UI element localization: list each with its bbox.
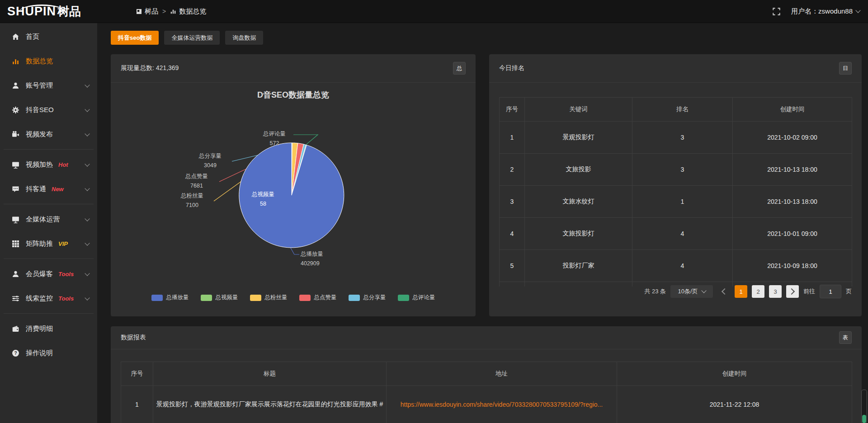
leader-line-plays: [290, 247, 299, 254]
username-label: 用户名：zswodun88: [791, 7, 853, 16]
legend-item-plays[interactable]: 总播放量: [151, 294, 189, 301]
col-url: 地址: [387, 362, 617, 386]
user-menu[interactable]: 用户名：zswodun88: [791, 7, 860, 16]
chevron-left-icon: [722, 288, 728, 295]
sidebar-item-matrix-boost[interactable]: 矩阵助推 VIP: [0, 231, 97, 256]
table-row: 4文旅投影灯42021-10-01 09:00: [500, 218, 852, 250]
sliders-icon: [12, 295, 19, 302]
sidebar-divider: [4, 258, 94, 259]
report-table: 序号 标题 地址 创建时间 1 景观投影灯，夜游景观投影灯厂家展示展示落花灯在花…: [121, 362, 852, 423]
chevron-down-icon: [85, 107, 90, 112]
col-created: 创建时间: [617, 362, 852, 386]
chevron-down-icon: [701, 288, 706, 293]
sidebar-item-account-management[interactable]: 账号管理: [0, 73, 97, 98]
bar-chart-icon: [170, 8, 176, 14]
next-page-button[interactable]: [786, 285, 799, 298]
sidebar-item-omnimedia[interactable]: 全媒体运营: [0, 207, 97, 231]
svg-text:?: ?: [14, 351, 17, 356]
sidebar-item-home[interactable]: 首页: [0, 24, 97, 49]
table-row: 3文旅水纹灯12021-10-13 18:00: [500, 186, 852, 218]
page-button-2[interactable]: 2: [752, 285, 764, 298]
tab-inquiry-data[interactable]: 询盘数据: [225, 31, 263, 45]
chat-icon: [12, 185, 19, 193]
col-rank: 排名: [632, 98, 733, 122]
legend-item-shares[interactable]: 总分享量: [349, 294, 386, 301]
table-badge-button[interactable]: 表: [839, 331, 852, 344]
hot-tag: Hot: [58, 161, 68, 168]
table-header-row: 序号 标题 地址 创建时间: [121, 362, 852, 386]
page-size-select[interactable]: 10条/页: [670, 285, 713, 298]
tools-tag: Tools: [58, 271, 74, 277]
sidebar-item-video-heating[interactable]: 视频加热 Hot: [0, 152, 97, 177]
ranking-panel: 今日排名 日 序号 关键词 排名 创建时间 1景观投影灯32021-10-02 …: [489, 54, 862, 316]
pie-label-shares: 总分享量 3049: [181, 151, 240, 170]
page-scrollbar[interactable]: [861, 390, 867, 423]
sidebar-item-doukertong[interactable]: 抖客通 New: [0, 177, 97, 201]
tools-tag: Tools: [58, 295, 74, 302]
vip-tag: VIP: [58, 240, 68, 247]
total-count-label: 共 23 条: [644, 287, 666, 296]
goto-unit-label: 页: [846, 287, 852, 296]
topbar: SHUPIN 树品 树品 > 数据总览 用户名：zswodun88: [0, 0, 868, 23]
legend-swatch: [398, 295, 409, 301]
legend-swatch: [250, 295, 261, 301]
sidebar-item-douyin-seo[interactable]: 抖音SEO: [0, 98, 97, 122]
sidebar-divider: [4, 149, 94, 150]
legend-item-fans[interactable]: 总粉丝量: [250, 294, 288, 301]
ranking-title: 今日排名: [499, 64, 524, 72]
pie-label-plays: 总播放量 402909: [301, 249, 350, 268]
sidebar-item-expense-detail[interactable]: 消费明细: [0, 316, 97, 341]
overview-panel: 展现量总数: 421,369 总 D音SEO数据量总览 总评论量 572: [111, 54, 476, 316]
chart-legend: 总播放量 总视频量 总粉丝量 总点赞量 总分享量 总评论量: [111, 294, 476, 301]
sidebar-item-member-baoke[interactable]: 会员爆客 Tools: [0, 262, 97, 286]
col-no: 序号: [500, 98, 525, 122]
gear-icon: [12, 106, 19, 114]
pagination: 共 23 条 10条/页 1 2 3 前往 页: [644, 285, 852, 298]
prev-page-button[interactable]: [717, 285, 730, 298]
sidebar-item-lead-monitor[interactable]: 线索监控 Tools: [0, 286, 97, 310]
legend-item-likes[interactable]: 总点赞量: [299, 294, 337, 301]
chevron-down-icon: [85, 131, 90, 136]
bar-chart-icon: [12, 57, 19, 65]
breadcrumb-separator: >: [162, 8, 166, 15]
sidebar-item-data-overview[interactable]: 数据总览: [0, 49, 97, 73]
chevron-down-icon: [85, 216, 90, 221]
legend-swatch: [299, 295, 311, 301]
col-no: 序号: [121, 362, 153, 386]
table-row: 2文旅投影32021-10-13 18:00: [500, 154, 852, 186]
page-button-1[interactable]: 1: [735, 285, 747, 298]
video-camera-icon: [12, 131, 19, 138]
total-badge-button[interactable]: 总: [453, 62, 466, 75]
question-icon: ?: [12, 349, 19, 357]
tab-omnimedia-data[interactable]: 全媒体运营数据: [164, 31, 220, 45]
user-solid-icon: [12, 270, 19, 278]
sidebar-item-operation-guide[interactable]: ? 操作说明: [0, 341, 97, 365]
monitor-icon: [12, 161, 19, 169]
pie-label-fans: 总粉丝量 7100: [163, 191, 222, 210]
impressions-total-label: 展现量总数: 421,369: [121, 64, 179, 72]
sidebar: 首页 数据总览 账号管理 抖音SEO 视频发布 视频加热 Hot: [0, 23, 97, 423]
page-button-3[interactable]: 3: [769, 285, 782, 298]
sidebar-item-video-publish[interactable]: 视频发布: [0, 122, 97, 146]
breadcrumb-current[interactable]: 数据总览: [170, 7, 206, 16]
legend-item-comments[interactable]: 总评论量: [398, 294, 435, 301]
sidebar-divider: [4, 204, 94, 204]
sidebar-divider: [4, 313, 94, 314]
chevron-right-icon: [788, 288, 795, 295]
chevron-down-icon: [85, 186, 90, 191]
report-panel-header: 数据报表 表: [111, 326, 862, 349]
fullscreen-icon[interactable]: [773, 8, 780, 15]
main-content: 抖音seo数据 全媒体运营数据 询盘数据 展现量总数: 421,369 总 D音…: [97, 23, 868, 423]
topbar-right: 用户名：zswodun88: [773, 7, 868, 16]
chevron-down-icon: [85, 161, 90, 166]
day-badge-button[interactable]: 日: [839, 62, 852, 75]
video-link[interactable]: https://www.iesdouyin.com/share/video/70…: [401, 401, 603, 408]
logo: SHUPIN 树品: [0, 4, 104, 19]
scrollbar-thumb[interactable]: [862, 415, 866, 423]
breadcrumb-root[interactable]: 树品: [136, 7, 158, 16]
tab-douyin-seo-data[interactable]: 抖音seo数据: [111, 31, 159, 45]
monitor-icon: [12, 216, 19, 223]
goto-page-input[interactable]: [820, 285, 841, 298]
legend-item-videos[interactable]: 总视频量: [201, 294, 238, 301]
grid-icon: [12, 240, 19, 248]
